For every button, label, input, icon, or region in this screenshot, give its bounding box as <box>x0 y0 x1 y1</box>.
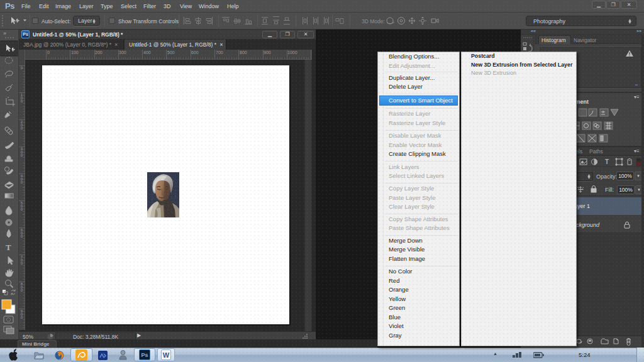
svg-text:T: T <box>6 243 11 252</box>
svg-text:T: T <box>605 158 609 165</box>
svg-text:»: » <box>3 30 6 36</box>
